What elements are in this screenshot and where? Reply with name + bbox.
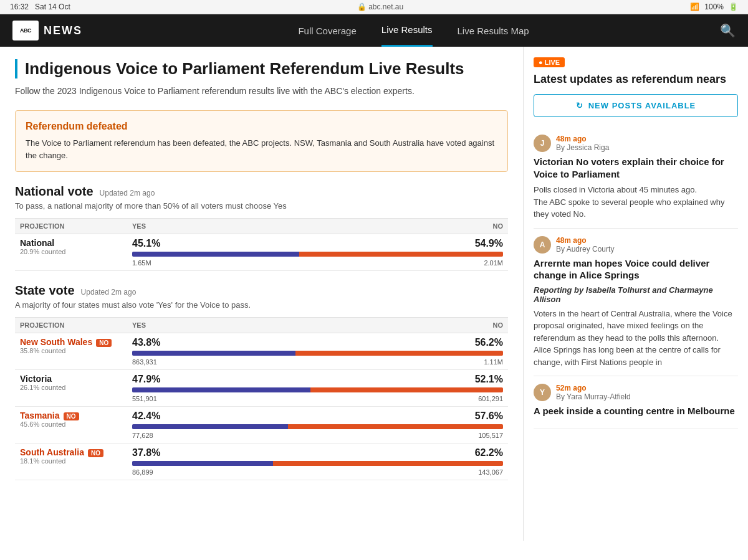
state-no-pct-2: 57.6% (475, 411, 503, 422)
search-icon[interactable]: 🔍 (720, 23, 736, 38)
state-bar-2 (132, 424, 503, 429)
national-no-pct: 54.9% (475, 238, 503, 249)
news-label: NEWS (44, 24, 82, 37)
feed-meta-2: Y 52m ago By Yara Murray-Atfield (534, 384, 738, 401)
state-vote-table: PROJECTION YES NO New South WalesNO 35.8… (15, 317, 508, 480)
feed-title-2[interactable]: A peek inside a counting centre in Melbo… (534, 405, 738, 417)
state-no-pct-3: 62.2% (475, 447, 503, 458)
state-no-pct-0: 56.2% (475, 337, 503, 348)
state-no-count-0: 1.11M (484, 358, 503, 366)
feed-title-1[interactable]: Arrernte man hopes Voice could deliver c… (534, 257, 738, 282)
state-name-2: TasmaniaNO (20, 411, 122, 420)
feed-time-author-0: 48m ago By Jessica Riga (556, 135, 609, 152)
state-vote-header: State vote Updated 2m ago (15, 283, 508, 298)
state-col-no: NO (289, 318, 508, 333)
sidebar: ● LIVE Latest updates as referendum near… (524, 47, 748, 541)
state-vote-section: State vote Updated 2m ago A majority of … (15, 283, 508, 480)
sidebar-header: Latest updates as referendum nears (534, 72, 738, 87)
state-bar-yes-2 (132, 424, 288, 429)
national-bar-no (299, 252, 503, 257)
feed-item: A 48m ago By Audrey Courty Arrernte man … (534, 229, 738, 377)
col-projection: PROJECTION (15, 219, 127, 234)
state-row: TasmaniaNO 45.6% counted 42.4% 57.6% 77,… (15, 407, 508, 444)
state-counted-0: 35.8% counted (20, 347, 122, 354)
feed-time-2: 52m ago (556, 384, 587, 392)
refresh-icon: ↻ (576, 101, 583, 110)
article-subtitle: Follow the 2023 Indigenous Voice to Parl… (15, 85, 508, 98)
feed-item: J 48m ago By Jessica Riga Victorian No v… (534, 127, 738, 229)
state-yes-pct-1: 47.9% (132, 374, 475, 385)
new-posts-button[interactable]: ↻ NEW POSTS AVAILABLE (534, 94, 738, 117)
state-bar-no-3 (273, 461, 503, 466)
state-bar-1 (132, 387, 503, 392)
state-name-0: New South WalesNO (20, 337, 122, 347)
main-nav: ABC NEWS Full Coverage Live Results Live… (0, 14, 748, 47)
national-yes-pct: 45.1% (132, 238, 475, 249)
content-area: Indigenous Voice to Parliament Referendu… (0, 47, 524, 541)
feed-title-0[interactable]: Victorian No voters explain their choice… (534, 156, 738, 180)
col-no: NO (289, 219, 508, 234)
state-counted-1: 26.1% counted (20, 384, 122, 391)
state-counted-3: 18.1% counted (20, 457, 122, 465)
feed-time-0: 48m ago (556, 135, 587, 143)
nav-live-results-map[interactable]: Live Results Map (458, 16, 529, 46)
feed-items: J 48m ago By Jessica Riga Victorian No v… (534, 127, 738, 429)
feed-author-0: By Jessica Riga (556, 143, 609, 152)
live-badge: ● LIVE (534, 57, 565, 67)
feed-avatar-1: A (534, 236, 551, 254)
state-bar-yes-0 (132, 351, 295, 356)
feed-author-2: By Yara Murray-Atfield (556, 392, 631, 401)
national-vote-section: National vote Updated 2m ago To pass, a … (15, 184, 508, 271)
article-title: Indigenous Voice to Parliament Referendu… (15, 59, 508, 78)
nav-links: Full Coverage Live Results Live Results … (107, 14, 720, 47)
state-vote-updated: Updated 2m ago (81, 288, 137, 297)
battery-percent: 100% (704, 2, 724, 11)
nav-full-coverage[interactable]: Full Coverage (298, 16, 356, 46)
state-no-pct-1: 52.1% (475, 374, 503, 385)
state-col-projection: PROJECTION (15, 318, 127, 333)
feed-author-1: By Audrey Courty (556, 245, 614, 254)
status-indicators: 📶 100% 🔋 (690, 2, 738, 11)
national-bar-yes (132, 252, 299, 257)
state-row: Victoria 26.1% counted 47.9% 52.1% 551,9… (15, 370, 508, 407)
state-name-1: Victoria (20, 374, 122, 384)
abc-logo: ABC (12, 21, 39, 40)
state-vote-heading: State vote (15, 283, 75, 298)
nav-live-results[interactable]: Live Results (381, 14, 433, 47)
feed-text2-0: The ABC spoke to several people who expl… (534, 196, 738, 221)
state-yes-count-2: 77,628 (132, 432, 153, 439)
state-vote-desc: A majority of four states must also vote… (15, 300, 508, 310)
state-bar-0 (132, 351, 503, 356)
feed-avatar-0: J (534, 135, 551, 152)
state-bar-3 (132, 461, 503, 466)
feed-meta-0: J 48m ago By Jessica Riga (534, 135, 738, 152)
state-yes-count-3: 86,899 (132, 468, 153, 476)
feed-byline-1: Reporting by Isabella Tolhurst and Charm… (534, 285, 738, 304)
state-yes-count-0: 863,931 (132, 358, 157, 366)
feed-text2-1: Alice Springs has long been at the centr… (534, 344, 738, 368)
state-row: South AustraliaNO 18.1% counted 37.8% 62… (15, 444, 508, 480)
national-no-count: 2.01M (484, 259, 503, 267)
national-counted: 20.9% counted (20, 248, 122, 255)
national-yes-count: 1.65M (132, 259, 151, 267)
status-bar: 16:32 Sat 14 Oct 🔒 abc.net.au 📶 100% 🔋 (0, 0, 748, 14)
state-bar-no-2 (288, 424, 503, 429)
feed-avatar-2: Y (534, 384, 551, 401)
state-row: New South WalesNO 35.8% counted 43.8% 56… (15, 333, 508, 370)
state-no-count-2: 105,517 (478, 432, 503, 439)
state-col-yes: YES (127, 318, 289, 333)
state-no-count-1: 601,291 (478, 395, 503, 402)
feed-time-author-2: 52m ago By Yara Murray-Atfield (556, 384, 631, 401)
feed-time-author-1: 48m ago By Audrey Courty (556, 236, 614, 254)
state-name-3: South AustraliaNO (20, 447, 122, 457)
state-bar-yes-3 (132, 461, 273, 466)
national-row: National 20.9% counted 45.1% 54.9% (15, 234, 508, 271)
national-bar (132, 252, 503, 257)
state-yes-pct-2: 42.4% (132, 411, 475, 422)
logo-area: ABC NEWS (12, 21, 82, 40)
state-yes-count-1: 551,901 (132, 395, 157, 402)
national-vote-updated: Updated 2m ago (100, 189, 155, 197)
referendum-defeated-box: Referendum defeated The Voice to Parliam… (15, 110, 508, 172)
national-name: National (20, 238, 122, 248)
state-no-count-3: 143,067 (478, 468, 503, 476)
